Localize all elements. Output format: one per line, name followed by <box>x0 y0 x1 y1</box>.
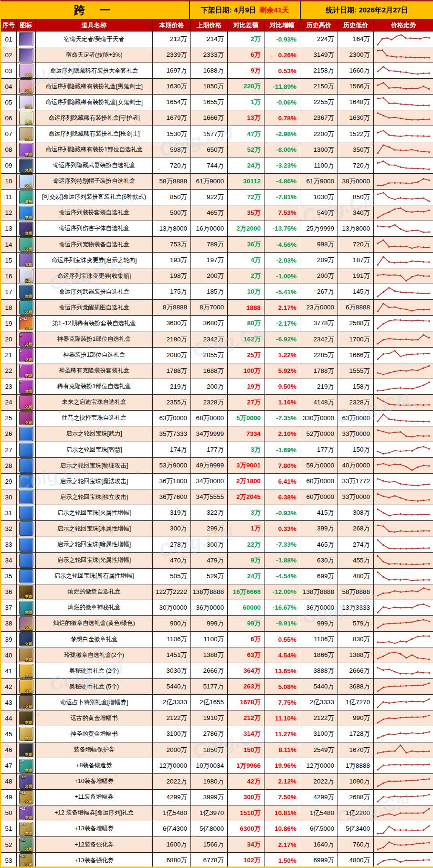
current-price-cell: 2122万 <box>153 710 191 726</box>
trend-cell <box>374 710 433 726</box>
item-name-cell: 装备增幅保护券 <box>36 742 153 758</box>
row-number-cell: 07 <box>1 126 17 142</box>
icon-tag: 交易 <box>25 105 32 109</box>
item-name-cell: 命运序列宝珠变更券[启示之轮向] <box>36 253 153 268</box>
previous-price-cell: 2666万 <box>191 663 228 679</box>
item-name-cell: 梦想白金徽章礼盒 <box>36 632 153 647</box>
price-trend-sparkline <box>375 569 432 583</box>
diff-cell: 7334 <box>228 426 264 442</box>
item-icon-cell: 交易 <box>17 221 36 237</box>
item-icon-cell <box>17 537 36 553</box>
item-icon-cell: 1交易 <box>17 379 36 395</box>
current-price-cell: 36万7600 <box>153 489 191 505</box>
price-trend-sparkline <box>375 727 432 741</box>
trend-cell <box>374 47 433 63</box>
current-price-cell: 2080万 <box>153 348 191 363</box>
pct-change-cell: -1.00% <box>264 268 300 284</box>
item-name-cell: 启示之轮回宝珠[光属性增幅] <box>36 553 153 569</box>
price-trend-sparkline <box>375 426 432 441</box>
pct-change-cell: -0.93% <box>264 32 300 47</box>
previous-price-cell: 922万 <box>191 190 228 205</box>
diff-cell: 220万 <box>228 79 264 95</box>
pct-change-cell: -13.75% <box>264 221 300 237</box>
pct-change-cell: 7.80% <box>264 458 300 474</box>
icon-tag: 交易 <box>25 326 32 330</box>
previous-price-cell: 650万 <box>191 142 228 158</box>
high-price-cell: 2255万 <box>300 95 338 110</box>
icon-tag: 交易 <box>25 89 32 93</box>
low-price-cell: 1566万 <box>338 79 374 95</box>
row-number-cell: 15 <box>1 253 17 268</box>
item-icon: 交易 <box>19 711 33 725</box>
row-number-cell: 13 <box>1 221 17 237</box>
item-name-cell: 灿烂的徽章神秘礼盒 <box>36 600 153 616</box>
icon-tag: 交易 <box>25 73 32 77</box>
icon-tag: 交易 <box>25 215 32 220</box>
diff-cell: 30112 <box>228 174 264 190</box>
high-price-cell: 998万 <box>300 237 338 253</box>
low-price-cell: 1388万 <box>338 647 374 663</box>
icon-badge: +13 <box>20 854 26 858</box>
previous-price-cell: 3680万 <box>191 316 228 331</box>
low-price-cell: 33万0000 <box>338 426 374 442</box>
price-trend-sparkline <box>375 553 432 568</box>
item-icon <box>19 521 33 536</box>
trend-cell <box>374 411 433 426</box>
price-trend-sparkline <box>375 300 432 315</box>
row-number-cell: 52 <box>1 837 17 853</box>
item-name-cell: 命运序列隐藏稀有装扮1部位自选礼盒 <box>36 142 153 158</box>
table-row: 17交易命运序列武器装扮自选礼盒175万185万10万-5.41%267万145… <box>1 284 433 300</box>
row-number-cell: 41 <box>1 663 17 679</box>
row-number-cell: 47 <box>1 758 17 774</box>
icon-tag: 交易 <box>25 752 32 757</box>
diff-cell: 150万 <box>228 742 264 758</box>
item-name-cell: 命运序列隐藏稀有装扮礼盒[女鬼剑士] <box>36 95 153 110</box>
diff-cell: 36万 <box>228 237 264 253</box>
current-price-cell: 1530万 <box>153 126 191 142</box>
pct-change-cell: 1.22% <box>264 348 300 363</box>
icon-badge: 8 <box>20 364 22 369</box>
high-price-cell: 2158万 <box>300 63 338 79</box>
previous-price-cell: 36万0000 <box>191 600 228 616</box>
row-number-cell: 08 <box>1 142 17 158</box>
pct-change-cell: 7.75% <box>264 695 300 710</box>
price-trend-sparkline <box>375 363 432 378</box>
icon-tag: 交易 <box>25 184 32 188</box>
current-price-cell: 63万0000 <box>153 411 191 426</box>
item-name-cell: 启示之轮回宝珠[所有属性增幅] <box>36 569 153 584</box>
table-row: 35启示之轮回宝珠[所有属性增幅]505万529万24万-4.54%699万48… <box>1 569 433 584</box>
current-price-cell: 6880万 <box>153 853 191 868</box>
previous-price-cell: 1655万 <box>191 95 228 110</box>
high-price-cell: 1030万 <box>300 190 338 205</box>
table-row: 53+13交易+13装备强化券6880万6778万102万1.50%6999万4… <box>1 853 433 868</box>
table-row: 42交易奥秘硬币礼盒 (5个)5440万5177万263万5.08%5440万3… <box>1 679 433 695</box>
item-icon-cell: 交易 <box>17 726 36 742</box>
row-number-cell: 45 <box>1 726 17 742</box>
trend-cell <box>374 569 433 584</box>
trend-cell <box>374 742 433 758</box>
current-price-cell: 470万 <box>153 553 191 569</box>
trend-cell <box>374 600 433 616</box>
previous-price-cell: 1910万 <box>191 710 228 726</box>
item-name-cell: +12 装备增幅券[命运序列]礼盒 <box>36 805 153 821</box>
table-row: 34启示之轮回宝珠[光属性增幅]470万479万9万-1.88%630万455万 <box>1 553 433 569</box>
row-number-cell: 48 <box>1 774 17 790</box>
current-price-cell: 36万1800 <box>153 474 191 489</box>
item-icon-cell: 交易 <box>17 395 36 411</box>
previous-price-cell: 200万 <box>191 379 228 395</box>
pct-change-cell: 0.55% <box>264 632 300 647</box>
trend-cell <box>374 505 433 521</box>
item-icon-cell: 交易 <box>17 63 36 79</box>
table-row: 25交易往昔之抉择宝珠自选礼盒63万000068万00005万0000-7.35… <box>1 411 433 426</box>
stat-date-section: 统计日期: 2026年2月27日 <box>301 1 433 19</box>
current-price-cell: 1788万 <box>153 363 191 379</box>
high-price-cell: 209万 <box>300 253 338 268</box>
item-icon: 交易 <box>19 143 33 157</box>
item-name-cell: 玲珑徽章自选礼盒(2个) <box>36 647 153 663</box>
item-icon: 8交易 <box>19 364 33 378</box>
item-icon: +8交易 <box>19 759 33 773</box>
low-price-cell: 308万 <box>338 505 374 521</box>
current-price-cell: 3030万 <box>153 663 191 679</box>
diff-cell: 34万 <box>228 837 264 853</box>
trend-cell <box>374 442 433 458</box>
